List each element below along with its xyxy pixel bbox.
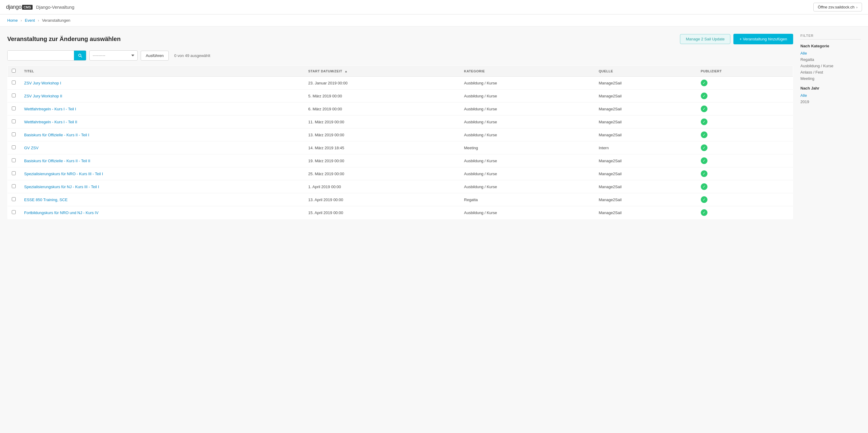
row-quelle: Manage2Sail: [595, 155, 696, 167]
select-all-header[interactable]: [7, 66, 20, 76]
row-checkbox[interactable]: [12, 120, 16, 123]
event-link[interactable]: Wettfahrtregeln - Kurs I - Teil II: [24, 120, 77, 124]
action-select[interactable]: ---------: [89, 51, 137, 61]
row-checkbox[interactable]: [12, 132, 16, 136]
event-link[interactable]: ZSV Jury Workshop I: [24, 81, 61, 85]
table-row: ZSV Jury Workshop I 23. Januar 2019 00:0…: [7, 76, 793, 90]
th-start-label: START DATUM/ZEIT: [308, 69, 342, 73]
row-titel: Basiskurs für Offizielle - Kurs II - Tei…: [20, 155, 304, 167]
row-checkbox-cell[interactable]: [7, 167, 20, 180]
event-link[interactable]: Spezialisierungskurs für NRO - Kurs III …: [24, 172, 103, 176]
row-kategorie: Ausbildung / Kurse: [460, 90, 595, 102]
th-start[interactable]: START DATUM/ZEIT ▲: [304, 66, 460, 76]
filter-kategorie-item[interactable]: Regatta: [800, 56, 861, 63]
event-link[interactable]: Wettfahrtregeln - Kurs I - Teil I: [24, 107, 76, 111]
filter-kategorie-item[interactable]: Ausbildung / Kurse: [800, 63, 861, 69]
filter-kategorie-item[interactable]: Alle: [800, 50, 861, 56]
filter-jahr-item[interactable]: 2019: [800, 99, 861, 105]
page-header: Veranstaltung zur Änderung auswählen Man…: [7, 34, 793, 44]
row-checkbox[interactable]: [12, 197, 16, 201]
row-checkbox[interactable]: [12, 210, 16, 214]
kategorie-filter-list: AlleRegattaAusbildung / KurseAnlass / Fe…: [800, 50, 861, 82]
th-publiziert-label: PUBLIZIERT: [701, 69, 722, 73]
published-check-icon: ✓: [701, 157, 707, 164]
th-quelle: QUELLE: [595, 66, 696, 76]
app-title: Django-Verwaltung: [36, 4, 74, 10]
breadcrumb-sep-2: ›: [38, 18, 39, 23]
row-start: 13. April 2019 00:00: [304, 193, 460, 206]
row-checkbox-cell[interactable]: [7, 206, 20, 219]
row-quelle: Manage2Sail: [595, 76, 696, 90]
event-link[interactable]: Fortbildungskurs für NRO und NJ - Kurs I…: [24, 210, 98, 215]
filter-kategorie-item[interactable]: Anlass / Fest: [800, 69, 861, 75]
table-row: Basiskurs für Offizielle - Kurs II - Tei…: [7, 155, 793, 167]
row-publiziert: ✓: [696, 115, 793, 129]
event-link[interactable]: ZSV Jury Workshop II: [24, 94, 62, 98]
row-publiziert: ✓: [696, 76, 793, 90]
row-checkbox[interactable]: [12, 145, 16, 149]
row-titel: GV ZSV: [20, 141, 304, 155]
header-actions: Manage 2 Sail Update + Veranstaltung hin…: [680, 34, 793, 44]
breadcrumb-event[interactable]: Event: [25, 18, 35, 23]
row-checkbox-cell[interactable]: [7, 76, 20, 90]
event-link[interactable]: Basiskurs für Offizielle - Kurs II - Tei…: [24, 159, 90, 163]
row-checkbox[interactable]: [12, 158, 16, 162]
row-titel: ESSE 850 Training, SCE: [20, 193, 304, 206]
published-check-icon: ✓: [701, 105, 707, 112]
row-start: 23. Januar 2019 00:00: [304, 76, 460, 90]
row-checkbox-cell[interactable]: [7, 193, 20, 206]
row-checkbox-cell[interactable]: [7, 155, 20, 167]
row-checkbox-cell[interactable]: [7, 141, 20, 155]
row-quelle: Manage2Sail: [595, 90, 696, 102]
table-row: ESSE 850 Training, SCE 13. April 2019 00…: [7, 193, 793, 206]
th-quelle-label: QUELLE: [599, 69, 613, 73]
filter-jahr-item[interactable]: Alle: [800, 92, 861, 99]
row-checkbox[interactable]: [12, 171, 16, 175]
django-logo: django CMS: [6, 4, 33, 10]
select-all-checkbox[interactable]: [12, 69, 16, 73]
cms-badge: CMS: [22, 5, 32, 10]
event-link[interactable]: GV ZSV: [24, 146, 39, 150]
django-text: django: [6, 4, 22, 10]
event-link[interactable]: Spezialisierungskurs für NJ - Kurs III -…: [24, 185, 99, 189]
published-check-icon: ✓: [701, 209, 707, 216]
row-quelle: Manage2Sail: [595, 115, 696, 129]
row-checkbox[interactable]: [12, 94, 16, 97]
add-event-button[interactable]: + Veranstaltung hinzufügen: [734, 34, 793, 44]
row-titel: Wettfahrtregeln - Kurs I - Teil I: [20, 102, 304, 115]
row-checkbox[interactable]: [12, 106, 16, 110]
execute-button[interactable]: Ausführen: [141, 51, 169, 61]
open-site-button[interactable]: Öffne zsv.saildock.ch ›: [813, 3, 862, 11]
row-publiziert: ✓: [696, 167, 793, 180]
event-link[interactable]: ESSE 850 Training, SCE: [24, 198, 68, 202]
row-start: 19. März 2019 00:00: [304, 155, 460, 167]
search-wrapper: [7, 51, 86, 61]
row-checkbox-cell[interactable]: [7, 129, 20, 141]
table-row: ZSV Jury Workshop II 5. März 2019 00:00 …: [7, 90, 793, 102]
sort-indicator: ▲: [345, 70, 348, 73]
row-start: 5. März 2019 00:00: [304, 90, 460, 102]
row-checkbox-cell[interactable]: [7, 115, 20, 129]
breadcrumb-home[interactable]: Home: [7, 18, 18, 23]
row-kategorie: Ausbildung / Kurse: [460, 129, 595, 141]
row-kategorie: Meeting: [460, 141, 595, 155]
row-kategorie: Ausbildung / Kurse: [460, 180, 595, 193]
content-area: Veranstaltung zur Änderung auswählen Man…: [7, 34, 793, 219]
row-checkbox-cell[interactable]: [7, 180, 20, 193]
filter-kategorie-item[interactable]: Meeting: [800, 75, 861, 82]
manage-sail-update-button[interactable]: Manage 2 Sail Update: [680, 34, 731, 44]
row-publiziert: ✓: [696, 90, 793, 102]
row-checkbox[interactable]: [12, 184, 16, 188]
row-publiziert: ✓: [696, 129, 793, 141]
row-checkbox-cell[interactable]: [7, 90, 20, 102]
search-input[interactable]: [7, 51, 74, 60]
row-quelle: Manage2Sail: [595, 167, 696, 180]
search-button[interactable]: [74, 51, 86, 60]
row-checkbox[interactable]: [12, 80, 16, 85]
row-checkbox-cell[interactable]: [7, 102, 20, 115]
row-quelle: Manage2Sail: [595, 180, 696, 193]
top-navigation: django CMS Django-Verwaltung Öffne zsv.s…: [0, 0, 868, 14]
th-titel[interactable]: TITEL: [20, 66, 304, 76]
event-link[interactable]: Basiskurs für Offizielle - Kurs II - Tei…: [24, 133, 89, 137]
row-quelle: Manage2Sail: [595, 206, 696, 219]
